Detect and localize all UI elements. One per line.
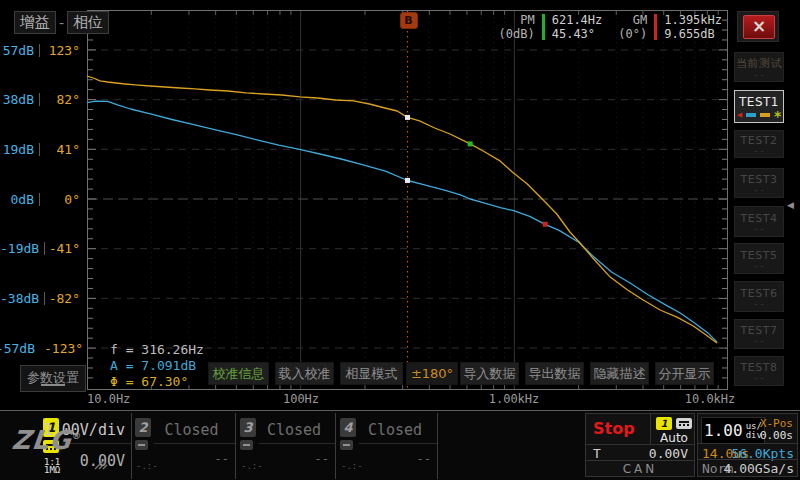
channel-2-scale: Closed (154, 421, 229, 439)
probe-ratio: -.:- (136, 462, 158, 470)
axis-row: -38dB-82° (0, 290, 84, 306)
sidebar-item-test2[interactable]: TEST2- - (734, 130, 784, 158)
trigger-bus-type: CAN (586, 462, 694, 476)
chart-button-7[interactable]: 隐藏描述 (590, 362, 649, 385)
pm-readout: PM (0dB) 621.4Hz 45.43° (499, 13, 603, 41)
channel-separator (437, 413, 438, 479)
channel-divider (359, 443, 437, 444)
sample-rate: 4.00GSa/s (724, 461, 794, 476)
channel-separator (235, 413, 236, 479)
probe-ratio: -.:- (241, 462, 263, 470)
tab-phase[interactable]: 相位 (67, 11, 109, 34)
gm-label: GM (618, 13, 647, 27)
axis-separator (39, 143, 40, 156)
trigger-level-value: 0.00V (649, 446, 688, 461)
x-axis-label: 10.0Hz (87, 392, 130, 406)
channel-block-4[interactable]: 4Closed---.:- (337, 414, 437, 478)
reference-asterisk-icon: * (774, 113, 781, 119)
chart-button-8[interactable]: 分开显示 (655, 362, 714, 385)
axis-separator (44, 242, 45, 255)
trigger-divider (650, 414, 651, 444)
channel-4-badge: 4 (340, 418, 356, 437)
axis-row: -19dB-41° (0, 241, 84, 257)
timebase-scale-box[interactable]: 1.00 us/ div (701, 417, 765, 444)
chart-button-3[interactable]: 相显模式 (340, 362, 403, 385)
channel-3-probe: -.:- (241, 462, 263, 470)
sidebar-item-test7[interactable]: TEST7- - (734, 319, 784, 349)
channel-4-scale: Closed (359, 421, 431, 439)
gm-frequency: 1.395kHz (664, 13, 722, 27)
channel-2-offset: -- (215, 452, 229, 466)
axis-row: 38dB82° (0, 92, 84, 108)
timebase-scale: 1.00 (704, 421, 743, 440)
button-dashes: - - (754, 226, 763, 232)
gm-sublabel: (0°) (618, 27, 647, 41)
sidebar-item-test4[interactable]: TEST4- - (734, 206, 784, 237)
trigger-block[interactable]: Stop 1 Auto T 0.00V CAN (585, 413, 695, 477)
axis-separator (44, 292, 45, 305)
axis-row: 0dB0° (0, 191, 84, 207)
parameter-settings-underline (41, 384, 65, 386)
x-position: X-Pos 0.00s (760, 418, 793, 442)
timebase-hline2 (698, 459, 797, 460)
button-dashes: - - (754, 338, 763, 344)
chart-button-2[interactable]: 载入校准 (275, 362, 334, 385)
brand-logo-text: ZLG (10, 425, 73, 455)
x-axis-label: 100Hz (256, 392, 346, 406)
sidebar-item-current-test[interactable]: 当前测试- - (734, 52, 784, 82)
axis-separator (39, 193, 40, 206)
gm-color-bar (654, 14, 657, 40)
active-test-icons: ◀* (737, 111, 782, 119)
run-state-indicator[interactable]: Stop (593, 419, 635, 438)
tab-gain[interactable]: 增益 (14, 11, 56, 34)
parameter-settings-button[interactable]: 参数设置 (20, 365, 86, 392)
sidebar-item-test6[interactable]: TEST6- - (734, 281, 784, 312)
close-button[interactable]: × (743, 15, 775, 39)
cursor-values: f = 316.26Hz A = 7.091dB Φ = 67.30° (110, 342, 204, 390)
phase-axis-label: -41° (49, 241, 80, 256)
test-label: TEST4 (741, 212, 778, 225)
channel-block-2[interactable]: 2Closed---.:- (132, 414, 235, 478)
button-dashes: - - (754, 263, 763, 269)
channel-block-3[interactable]: 3Closed---.:- (237, 414, 335, 478)
chart-button-6[interactable]: 导出数据 (525, 362, 584, 385)
timebase-block[interactable]: 1.00 us/ div X-Pos 0.00s 14.0us 56.0Kpts… (697, 413, 798, 477)
chart-button-1[interactable]: 校准信息 (208, 362, 269, 385)
x-axis-label: 1.00kHz (469, 392, 559, 406)
x-axis-label: 10.0kHz (665, 392, 755, 406)
cursor-frequency: f = 316.26Hz (110, 342, 204, 358)
channel-4-coupling-icon (340, 440, 353, 450)
sidebar-item-test1[interactable]: TEST1◀* (734, 90, 784, 123)
oscilloscope-screen: 增益 - 相位 57dB123°38dB82°19dB41°0dB0°-19dB… (0, 0, 800, 480)
title-separator: - (59, 15, 64, 31)
chart-button-5[interactable]: 导入数据 (460, 362, 519, 385)
channel-2-probe: -.:- (136, 462, 158, 470)
channel-3-badge: 3 (240, 418, 256, 437)
cursor-b-badge[interactable]: B (400, 12, 418, 29)
sidebar-item-test8[interactable]: TEST8- - (734, 356, 784, 386)
close-icon: × (752, 16, 766, 36)
cursor-gain: A = 7.091dB (110, 358, 204, 374)
channel-divider (259, 443, 335, 444)
trigger-coupling-dc-icon (676, 418, 692, 429)
axis-separator (39, 44, 40, 57)
gain-axis-label: 19dB (3, 142, 34, 157)
button-dashes: - - (754, 375, 763, 381)
sidebar-item-test5[interactable]: TEST5- - (734, 243, 784, 274)
phase-axis-label: -82° (49, 291, 80, 306)
button-dashes: - - (754, 187, 763, 193)
measurement-readout: PM (0dB) 621.4Hz 45.43° GM (0°) 1.395kHz… (499, 13, 722, 41)
marker-arrow-icon: ◀ (737, 111, 742, 119)
bode-plot[interactable]: B PM (0dB) 621.4Hz 45.43° GM (0°) (87, 10, 728, 390)
test-label: TEST5 (741, 249, 778, 262)
bode-plot-svg (87, 10, 728, 390)
sidebar-item-test3[interactable]: TEST3- - (734, 168, 784, 198)
phase-axis-label: 41° (44, 142, 80, 157)
phase-axis-label: 123° (44, 43, 80, 58)
panel-collapse-icon[interactable]: ◀ (787, 200, 794, 210)
channel-3-offset: -- (315, 452, 329, 466)
axis-separator (39, 93, 40, 106)
chart-button-4[interactable]: ±180° (406, 362, 458, 385)
gain-axis-label: -38dB (0, 291, 39, 306)
trigger-source-badge: 1 (656, 417, 672, 430)
